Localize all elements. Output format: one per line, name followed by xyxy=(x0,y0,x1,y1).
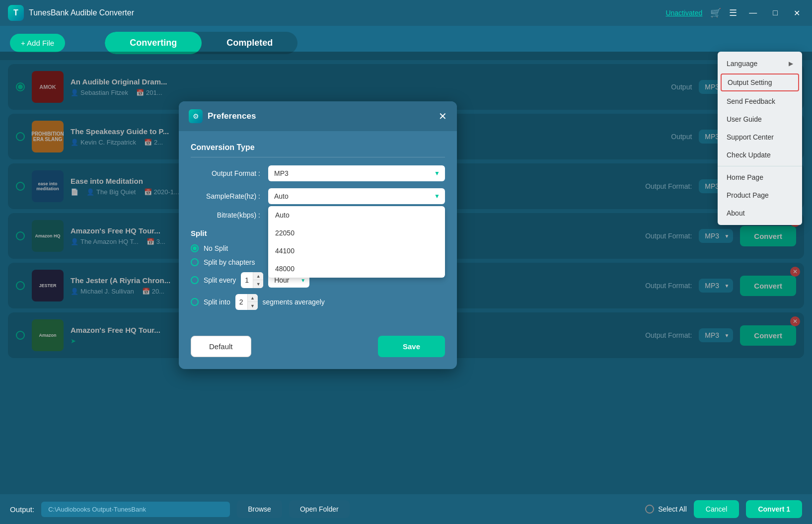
title-bar: T TunesBank Audible Converter Unactivate… xyxy=(0,0,812,26)
output-format-label: Output Format : xyxy=(191,169,260,177)
split-chapters-label: Split by chapters xyxy=(204,258,255,266)
split-into-label: Split into xyxy=(204,298,230,306)
menu-item-output-setting[interactable]: Output Setting xyxy=(721,74,799,91)
default-button[interactable]: Default xyxy=(191,336,251,357)
split-into-arrows: ▲ ▼ xyxy=(247,294,258,310)
output-format-select[interactable]: MP3 xyxy=(268,165,445,181)
browse-button[interactable]: Browse xyxy=(237,500,282,518)
no-split-label: No Split xyxy=(204,244,228,252)
title-bar-left: T TunesBank Audible Converter xyxy=(8,5,134,21)
split-every-stepper: 1 ▲ ▼ xyxy=(241,272,263,288)
add-file-button[interactable]: + Add File xyxy=(10,34,65,52)
sample-rate-select[interactable]: Auto xyxy=(268,188,445,204)
output-format-select-wrapper: MP3 xyxy=(268,165,445,181)
tab-group: Converting Completed xyxy=(105,32,297,54)
dialog-icon: ⚙ xyxy=(189,109,203,123)
main-area: + Add File Converting Completed ✕ AMOK A… xyxy=(0,26,812,494)
sample-rate-option-48000[interactable]: 48000 xyxy=(268,260,445,278)
dialog-title: Preferences xyxy=(208,111,256,121)
close-button[interactable]: ✕ xyxy=(790,6,804,20)
menu-item-language[interactable]: Language ▶ xyxy=(718,55,802,73)
menu-item-check-update[interactable]: Check Update xyxy=(718,146,802,164)
sample-rate-option-auto[interactable]: Auto xyxy=(268,206,445,224)
convert-all-button[interactable]: Convert 1 xyxy=(746,500,802,518)
app-icon: T xyxy=(8,5,24,21)
sample-rate-dropdown: Auto 22050 44100 48000 xyxy=(268,206,445,278)
bitrate-label: Bitrate(kbps) : xyxy=(191,211,260,219)
sample-rate-label: SampleRate(hz) : xyxy=(191,192,260,200)
cart-icon[interactable]: 🛒 xyxy=(710,7,721,18)
modal-overlay: ⚙ Preferences ✕ Conversion Type Output F… xyxy=(0,52,812,494)
open-folder-button[interactable]: Open Folder xyxy=(289,500,350,518)
menu-item-home-page[interactable]: Home Page xyxy=(718,168,802,186)
conversion-type-title: Conversion Type xyxy=(191,143,445,157)
maximize-button[interactable]: □ xyxy=(769,6,782,19)
menu-item-about[interactable]: About xyxy=(718,204,802,222)
split-into-suffix: segments averagely xyxy=(263,298,325,306)
sample-rate-option-22050[interactable]: 22050 xyxy=(268,224,445,242)
dialog-header: ⚙ Preferences ✕ xyxy=(179,101,457,131)
menu-item-product-page[interactable]: Product Page xyxy=(718,186,802,204)
sample-rate-option-44100[interactable]: 44100 xyxy=(268,242,445,260)
sample-rate-select-wrapper: Auto Auto 22050 44100 48000 xyxy=(268,188,445,204)
sample-rate-row: SampleRate(hz) : Auto Auto 22050 44100 4… xyxy=(191,188,445,204)
cancel-button[interactable]: Cancel xyxy=(694,500,739,518)
split-every-label: Split every xyxy=(204,276,236,284)
select-all-radio[interactable] xyxy=(645,505,654,514)
menu-separator xyxy=(718,166,802,166)
select-all-area: Select All xyxy=(645,505,687,514)
no-split-radio[interactable] xyxy=(191,244,199,252)
language-arrow-icon: ▶ xyxy=(789,60,793,67)
title-bar-right: Unactivated 🛒 ☰ — □ ✕ xyxy=(665,6,804,20)
split-every-up[interactable]: ▲ xyxy=(253,272,263,280)
split-every-value: 1 xyxy=(241,274,253,286)
app-title: TunesBank Audible Converter xyxy=(29,8,134,17)
dialog-body: Conversion Type Output Format : MP3 Samp… xyxy=(179,131,457,328)
split-into-up[interactable]: ▲ xyxy=(248,294,258,302)
dropdown-menu: Language ▶ Output Setting Send Feedback … xyxy=(718,52,802,225)
split-every-arrows: ▲ ▼ xyxy=(253,272,263,288)
split-chapters-radio[interactable] xyxy=(191,258,199,266)
menu-item-send-feedback[interactable]: Send Feedback xyxy=(718,92,802,110)
menu-icon[interactable]: ☰ xyxy=(729,7,737,18)
save-button[interactable]: Save xyxy=(378,336,445,357)
dialog-footer: Default Save xyxy=(179,328,457,369)
output-format-row: Output Format : MP3 xyxy=(191,165,445,181)
tab-converting[interactable]: Converting xyxy=(105,32,202,54)
dialog-title-area: ⚙ Preferences xyxy=(189,109,256,123)
output-path-input[interactable] xyxy=(41,502,230,517)
split-every-radio[interactable] xyxy=(191,276,199,284)
dialog-close-button[interactable]: ✕ xyxy=(439,111,447,121)
bottom-bar: Output: Browse Open Folder Select All Ca… xyxy=(0,494,812,524)
unactivated-link[interactable]: Unactivated xyxy=(665,9,702,17)
tab-completed[interactable]: Completed xyxy=(202,32,297,54)
split-into-radio[interactable] xyxy=(191,298,199,306)
split-every-down[interactable]: ▼ xyxy=(253,280,263,288)
preferences-dialog: ⚙ Preferences ✕ Conversion Type Output F… xyxy=(179,101,457,369)
split-into-option: Split into 2 ▲ ▼ segments averagely xyxy=(191,294,445,310)
menu-item-user-guide[interactable]: User Guide xyxy=(718,110,802,128)
output-label: Output: xyxy=(10,505,34,514)
split-into-down[interactable]: ▼ xyxy=(248,302,258,310)
menu-item-support-center[interactable]: Support Center xyxy=(718,128,802,146)
select-all-label: Select All xyxy=(658,505,687,513)
split-into-stepper: 2 ▲ ▼ xyxy=(235,294,258,310)
split-into-value: 2 xyxy=(235,296,247,308)
minimize-button[interactable]: — xyxy=(745,6,761,19)
